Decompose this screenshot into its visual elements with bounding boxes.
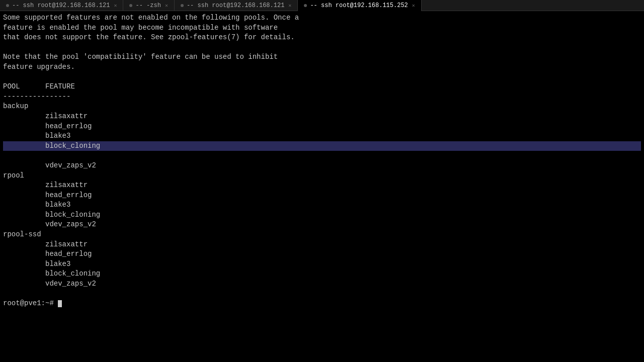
terminal-body: Some supported features are not enabled … <box>0 11 644 362</box>
pool2-feature-5: vdev_zaps_v2 <box>3 220 96 228</box>
pool3-feature-3: blake3 <box>3 260 70 268</box>
col-divider: ---------------- <box>3 93 70 101</box>
tab-2-close[interactable]: ✕ <box>165 3 168 9</box>
pool1-feature-1: zilsaxattr <box>3 112 88 120</box>
pool3-feature-2: head_errlog <box>3 250 92 258</box>
pool3-feature-5: vdev_zaps_v2 <box>3 280 96 288</box>
intro-line-1: Some supported features are not enabled … <box>3 14 299 22</box>
prompt-line: root@pve1:~# <box>3 299 62 307</box>
tab-3-label: -- ssh root@192.168.168.121 <box>187 2 284 9</box>
tab-1-label: -- ssh root@192.168.168.121 <box>12 2 110 9</box>
pool1-name: backup <box>3 102 28 110</box>
intro-line-2: feature is enabled the pool may become i… <box>3 24 278 32</box>
note-line-1: Note that the pool 'compatibility' featu… <box>3 53 278 61</box>
pool2-name: rpool <box>3 171 24 179</box>
pool1-feature-2: head_errlog <box>3 122 92 130</box>
tab-2-label: -- -zsh <box>135 2 160 9</box>
prompt-text: root@pve1:~# <box>3 299 58 307</box>
pool3-name: rpool-ssd <box>3 230 41 238</box>
tab-dot-1 <box>6 4 9 7</box>
col-header: POOL FEATURE <box>3 82 75 90</box>
tab-4-close[interactable]: ✕ <box>412 3 415 9</box>
note-line-2: feature upgrades. <box>3 63 75 71</box>
tab-4-label: -- ssh root@192.168.115.252 <box>310 2 408 9</box>
intro-line-3: that does not support the feature. See z… <box>3 33 295 41</box>
pool2-feature-4: block_cloning <box>3 211 100 219</box>
tab-3-close[interactable]: ✕ <box>288 3 291 9</box>
tab-dot-4 <box>304 4 307 7</box>
pool3-feature-1: zilsaxattr <box>3 240 88 248</box>
tab-bar: -- ssh root@192.168.168.121 ✕ -- -zsh ✕ … <box>0 0 644 11</box>
pool1-feature-3: blake3 <box>3 132 70 140</box>
tab-3[interactable]: -- ssh root@192.168.168.121 ✕ <box>175 0 298 11</box>
pool1-feature-5: vdev_zaps_v2 <box>3 161 96 169</box>
pool2-feature-3: blake3 <box>3 201 70 209</box>
tab-dot-2 <box>129 4 132 7</box>
tab-dot-3 <box>181 4 184 7</box>
tab-4[interactable]: -- ssh root@192.168.115.252 ✕ <box>298 0 421 11</box>
cursor <box>58 300 62 307</box>
pool2-feature-1: zilsaxattr <box>3 181 88 189</box>
tab-2[interactable]: -- -zsh ✕ <box>123 0 174 11</box>
tab-1[interactable]: -- ssh root@192.168.168.121 ✕ <box>0 0 123 11</box>
pool3-feature-4: block_cloning <box>3 269 100 278</box>
pool1-feature-4-highlighted: block_cloning <box>3 141 641 151</box>
tab-1-close[interactable]: ✕ <box>114 3 117 9</box>
pool2-feature-2: head_errlog <box>3 191 92 199</box>
